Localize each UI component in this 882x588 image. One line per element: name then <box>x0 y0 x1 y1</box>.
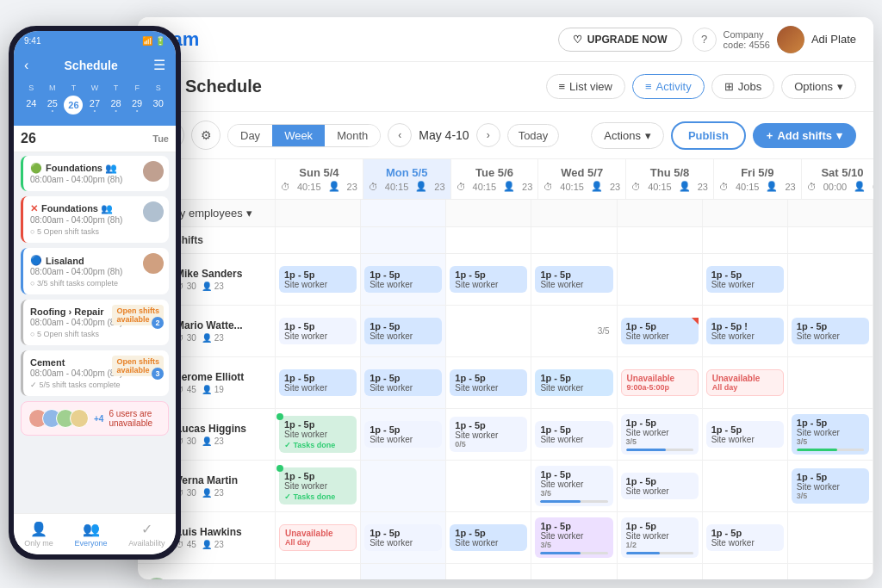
upgrade-button[interactable]: ♡ UPGRADE NOW <box>558 28 682 52</box>
green-dot-icon <box>276 465 283 472</box>
shift-cell-sun[interactable]: Unavailable All day <box>276 512 361 563</box>
list-item[interactable]: ✕ Foundations 👥 08:00am - 04:00pm (8h) ○… <box>21 196 169 243</box>
shift-block[interactable]: 1p - 5p Site worker ✓ Tasks done <box>279 416 357 453</box>
unavailable-item[interactable]: +4 6 users are unavailable <box>21 401 169 436</box>
shift-block[interactable]: 1p - 5p Site worker <box>364 524 442 551</box>
add-shifts-label: Add shifts <box>777 129 832 142</box>
flag-icon <box>692 318 699 325</box>
actions-button[interactable]: Actions ▾ <box>591 122 664 149</box>
shift-block[interactable]: 1p - 5p Site worker <box>279 266 357 293</box>
shift-cell-sun[interactable]: 1p - 5p Site worker <box>276 306 361 356</box>
shift-cell-wed[interactable]: 1p - 5p Site worker 3/5 <box>531 512 617 563</box>
nav-availability[interactable]: ✓ Availability <box>128 521 165 548</box>
shift-cell-sun[interactable]: 1p - 5p Site worker <box>276 254 361 305</box>
shift-cell-mon[interactable]: 1p - 5p Site worker <box>361 306 446 356</box>
today-button[interactable]: Today <box>507 124 560 147</box>
shift-block[interactable]: 1p - 5p Site worker <box>364 318 442 344</box>
shift-block[interactable]: 1p - 5p Site worker <box>364 369 442 396</box>
shift-cell-wed[interactable]: 1p - 5p Site worker <box>531 254 617 305</box>
unavailable-block[interactable]: Unavailable 9:00a-5:00p <box>621 369 699 396</box>
shift-cell-sat[interactable]: 1p - 5p Site worker <box>788 306 873 356</box>
list-item[interactable]: Cement 08:00am - 04:00pm (8h) ✓ 5/5 shif… <box>21 350 169 396</box>
shift-cell-mon[interactable]: 1p - 5p Site worker <box>361 254 446 305</box>
shift-cell-thu[interactable]: 1p - 5p Site worker 1/2 <box>618 512 703 563</box>
month-view-button[interactable]: Month <box>325 125 380 146</box>
shift-block[interactable]: 1p - 5p Site worker <box>364 421 442 448</box>
shift-cell-sat[interactable]: 1p - 5p Site worker 3/5 <box>788 461 873 511</box>
shift-cell-fri[interactable]: 1p - 5p ! Site worker <box>703 306 788 356</box>
shift-block[interactable]: 1p - 5p Site worker <box>621 473 699 499</box>
activity-button[interactable]: ≡ Activity <box>632 74 705 99</box>
shift-block[interactable]: 1p - 5p Site worker <box>706 266 784 293</box>
list-item[interactable]: 🔵 Lisaland 08:00am - 04:00pm (8h) ○ 3/5 … <box>21 248 169 294</box>
shift-cell-wed[interactable]: 1p - 5p Site worker 3/5 <box>531 461 617 511</box>
unavailable-block[interactable]: Unavailable All day <box>279 524 357 551</box>
shift-cell-fri[interactable]: 1p - 5p Site worker <box>703 254 788 305</box>
shift-block[interactable]: 1p - 5p ! Site worker <box>706 318 784 344</box>
shift-cell-tue[interactable]: 1p - 5p Site worker <box>446 512 531 563</box>
shift-block[interactable]: 1p - 5p Site worker 3/5 <box>792 414 869 455</box>
shift-block[interactable]: 1p - 5p Site worker <box>364 266 442 293</box>
shift-cell-fri[interactable]: 1p - 5p Site worker <box>703 512 788 563</box>
shift-cell-thu[interactable]: 1p - 5p Site worker <box>618 306 703 356</box>
shift-cell-wed[interactable]: 1p - 5p Site worker <box>531 357 617 408</box>
unavailable-block[interactable]: Unavailable All day <box>706 369 784 396</box>
shift-block[interactable]: 1p - 5p Site worker 1/2 <box>621 517 699 558</box>
open-shift-sat <box>788 227 873 253</box>
shift-cell-thu[interactable]: 1p - 5p Site worker 3/5 <box>618 409 703 460</box>
shift-block[interactable]: 1p - 5p Site worker <box>792 318 869 344</box>
jobs-button[interactable]: ⊞ Jobs <box>711 74 774 99</box>
shift-cell-sun[interactable]: 1p - 5p Site worker ✓ Tasks done <box>276 409 361 460</box>
shift-block[interactable]: 1p - 5p Site worker 3/5 <box>535 517 612 558</box>
back-icon[interactable]: ‹ <box>24 58 28 73</box>
shift-cell-tue[interactable]: 1p - 5p Site worker <box>446 254 531 305</box>
shift-cell-sun[interactable]: 1p - 5p Site worker ✓ Tasks done <box>276 461 361 511</box>
day-view-button[interactable]: Day <box>228 125 272 146</box>
clock-icon: ⏱ <box>369 182 378 192</box>
shift-block[interactable]: 1p - 5p Site worker 3/5 <box>535 466 612 506</box>
filter-button[interactable]: ⚙ <box>191 121 220 150</box>
options-button[interactable]: Options ▾ <box>781 74 856 99</box>
shift-cell-fri[interactable]: Unavailable All day <box>703 357 788 408</box>
shift-block[interactable]: 1p - 5p Site worker <box>706 421 784 448</box>
avatar <box>143 253 164 274</box>
shift-block[interactable]: 1p - 5p Site worker <box>535 266 612 293</box>
add-shifts-button[interactable]: + Add shifts ▾ <box>753 123 856 148</box>
week-view-button[interactable]: Week <box>272 125 325 146</box>
progress-bar <box>540 552 607 554</box>
shift-cell-tue[interactable]: 1p - 5p Site worker 0/5 <box>446 409 531 460</box>
help-icon[interactable]: ? <box>693 28 717 52</box>
shift-block[interactable]: 1p - 5p Site worker <box>450 524 527 551</box>
shift-block[interactable]: 1p - 5p Site worker <box>706 524 784 551</box>
publish-button[interactable]: Publish <box>671 121 746 150</box>
shift-block[interactable]: 1p - 5p Site worker <box>621 318 699 344</box>
shift-block[interactable]: 1p - 5p Site worker <box>450 266 527 293</box>
shift-block[interactable]: 1p - 5p Site worker <box>535 421 612 448</box>
shift-cell-mon[interactable]: 1p - 5p Site worker <box>361 512 446 563</box>
shift-cell-mon[interactable]: 1p - 5p Site worker <box>361 357 446 408</box>
shift-cell-sun[interactable]: 1p - 5p Site worker <box>276 357 361 408</box>
list-view-button[interactable]: ≡ List view <box>546 74 625 99</box>
menu-icon[interactable]: ☰ <box>153 57 165 73</box>
next-week-button[interactable]: › <box>476 123 500 147</box>
shift-block[interactable]: 1p - 5p Site worker 3/5 <box>792 468 869 504</box>
shift-block[interactable]: 1p - 5p Site worker <box>279 318 357 344</box>
prev-week-button[interactable]: ‹ <box>388 123 412 147</box>
shift-block[interactable]: 1p - 5p Site worker <box>279 369 357 396</box>
nav-everyone[interactable]: 👥 Everyone <box>75 521 108 548</box>
shift-cell-thu[interactable]: 1p - 5p Site worker <box>618 461 703 511</box>
shift-cell-fri[interactable]: 1p - 5p Site worker <box>703 409 788 460</box>
shift-cell-mon[interactable]: 1p - 5p Site worker <box>361 409 446 460</box>
list-item[interactable]: Roofing › Repair 08:00am - 04:00pm (8h) … <box>21 300 169 345</box>
shift-cell-wed[interactable]: 1p - 5p Site worker <box>531 409 617 460</box>
shift-cell-tue[interactable]: 1p - 5p Site worker <box>446 357 531 408</box>
shift-block[interactable]: 1p - 5p Site worker ✓ Tasks done <box>279 467 357 504</box>
list-item[interactable]: 🟢 Foundations 👥 08:00am - 04:00pm (8h) <box>21 156 169 191</box>
shift-cell-sat[interactable]: 1p - 5p Site worker 3/5 <box>788 409 873 460</box>
shift-cell-thu[interactable]: Unavailable 9:00a-5:00p <box>618 357 703 408</box>
shift-block[interactable]: 1p - 5p Site worker 3/5 <box>621 414 699 455</box>
nav-only-me[interactable]: 👤 Only me <box>24 521 53 548</box>
shift-block[interactable]: 1p - 5p Site worker 0/5 <box>450 417 527 452</box>
shift-block[interactable]: 1p - 5p Site worker <box>535 369 612 396</box>
shift-block[interactable]: 1p - 5p Site worker <box>450 369 527 396</box>
